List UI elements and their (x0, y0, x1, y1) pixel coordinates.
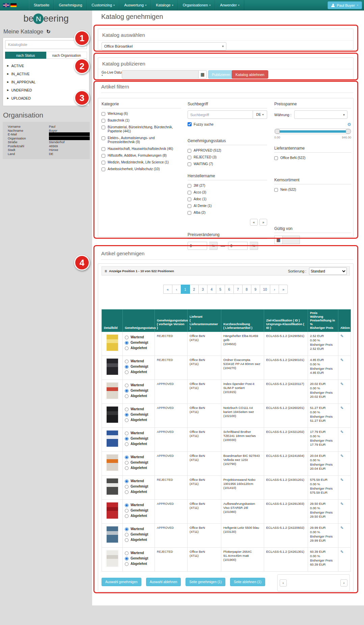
status-radio-option[interactable]: Wartend (125, 479, 152, 483)
product-image[interactable] (106, 550, 119, 567)
status-radio-option[interactable]: Genehmigt (125, 413, 152, 417)
pager-prev-button[interactable]: « (250, 219, 258, 226)
product-image[interactable] (106, 430, 119, 447)
page-button[interactable]: 1 (181, 285, 190, 294)
status-radio-option[interactable]: Wartend (125, 551, 152, 555)
filter-checkbox[interactable]: Elektro-, Automatisierungs- und Prozessl… (102, 135, 181, 146)
sort-select[interactable]: Standard (309, 267, 347, 275)
status-radio-option[interactable]: Abgelehnt (125, 514, 152, 518)
edit-icon[interactable]: ✎ (340, 382, 343, 386)
page-button[interactable]: 10 (260, 285, 271, 294)
catalog-tab[interactable]: nach Organisation (46, 52, 87, 59)
filter-checkbox[interactable]: Adoc (1) (188, 196, 267, 203)
status-radio-option[interactable]: Abgelehnt (125, 538, 152, 542)
reject-catalog-button[interactable]: Katalog ablehnen (232, 70, 268, 79)
product-image[interactable] (106, 382, 119, 399)
edit-icon[interactable]: ✎ (340, 430, 343, 434)
golive-date-input[interactable] (122, 70, 199, 79)
filter-checkbox[interactable]: Office BeN (522) (274, 155, 351, 161)
status-radio-option[interactable]: Abgelehnt (125, 466, 152, 470)
filter-checkbox[interactable]: Medizin, Medizintechnik, Life Science (1… (102, 159, 181, 166)
gear-icon[interactable]: ⚙ (347, 122, 351, 127)
status-radio-option[interactable]: Genehmigt (125, 532, 152, 537)
currency-select[interactable] (294, 110, 347, 119)
refresh-icon[interactable]: ↻ (46, 29, 51, 35)
price-change-to-input[interactable] (228, 242, 248, 250)
status-radio-option[interactable]: Wartend (125, 527, 152, 531)
catalog-select[interactable]: Office Büroartikel (102, 42, 226, 50)
page-button[interactable]: » (279, 285, 288, 294)
pager-next-button[interactable]: » (259, 219, 267, 226)
status-radio-option[interactable]: Genehmigt (125, 389, 152, 393)
page-button[interactable]: 2 (190, 285, 199, 294)
filter-checkbox[interactable]: Büromaterial, Büroeinrichtung, Bürotechn… (102, 124, 181, 135)
status-radio-option[interactable]: Wartend (125, 503, 152, 507)
approve-action-button[interactable]: Seite ablehnen (1) (230, 578, 265, 586)
filter-checkbox[interactable]: Arbeitssicherheit, Unfallschutz (10) (102, 166, 181, 173)
product-image[interactable] (106, 502, 119, 519)
edit-icon[interactable]: ✎ (340, 550, 343, 554)
filter-checkbox[interactable]: Al Dente (1) (188, 203, 267, 209)
product-image[interactable] (106, 454, 119, 471)
status-radio-option[interactable]: Genehmigt (125, 485, 152, 489)
page-button[interactable]: 7 (233, 285, 243, 294)
status-radio-option[interactable]: Wartend (125, 407, 152, 411)
filter-checkbox[interactable]: Hauswirtschaft, Hauswirtschaftstechnik (… (102, 146, 181, 152)
status-radio-option[interactable]: Abgelehnt (125, 442, 152, 446)
edit-icon[interactable]: ✎ (340, 478, 343, 482)
edit-icon[interactable]: ✎ (340, 334, 343, 338)
status-radio-option[interactable]: Genehmigt (125, 461, 152, 465)
status-radio-option[interactable]: Abgelehnt (125, 370, 152, 374)
status-radio-option[interactable]: Abgelehnt (125, 562, 152, 566)
slider-handle-max[interactable] (346, 129, 351, 134)
price-range-slider[interactable] (274, 129, 351, 134)
german-flag-icon[interactable] (10, 3, 17, 7)
edit-icon[interactable]: ✎ (340, 502, 343, 506)
approve-action-button[interactable]: Auswahl genehmigen (102, 578, 141, 586)
menu-item[interactable]: Genehmigung (54, 0, 87, 10)
status-radio-option[interactable]: Genehmigt (125, 365, 152, 369)
sidebar-status-item[interactable]: ▶ UNDEFINED (6, 86, 86, 94)
filter-checkbox[interactable]: Bautechnik (1) (102, 117, 181, 124)
menu-item[interactable]: Organisationen ▾ (178, 0, 216, 10)
calendar-button[interactable]: ▦ (274, 236, 283, 244)
slider-handle-min[interactable] (275, 129, 280, 134)
status-radio-option[interactable]: Genehmigt (125, 437, 152, 441)
page-button[interactable]: 8 (242, 285, 251, 294)
filter-checkbox[interactable]: APPROVED (512) (188, 147, 267, 154)
calendar-button[interactable]: ▦ (198, 70, 207, 79)
product-image[interactable] (106, 406, 119, 423)
edit-icon[interactable]: ✎ (340, 406, 343, 410)
edit-icon[interactable]: ✎ (340, 358, 343, 362)
percent-button[interactable]: % (250, 242, 258, 250)
menu-item[interactable]: Anwender ▾ (215, 0, 244, 10)
language-select-button[interactable]: DE ▾ (253, 110, 267, 119)
filter-checkbox[interactable]: Hilfsstoffe, Additive, Formulierungen (8… (102, 152, 181, 159)
percent-button[interactable]: % (209, 242, 218, 250)
status-radio-option[interactable]: Wartend (125, 455, 152, 459)
product-image[interactable] (106, 478, 119, 495)
price-change-from-input[interactable] (188, 242, 207, 250)
filter-checkbox[interactable]: Werkzeug (6) (102, 110, 181, 117)
menu-item[interactable]: Auswertung ▾ (119, 0, 151, 10)
page-button[interactable]: ‹ (172, 285, 181, 294)
product-image[interactable] (106, 526, 119, 543)
page-button[interactable]: 5 (216, 285, 225, 294)
status-radio-option[interactable]: Genehmigt (125, 341, 152, 345)
status-radio-option[interactable]: Genehmigt (125, 509, 152, 513)
sidebar-status-item[interactable]: ▶ IN_APPROVAL (6, 78, 86, 86)
edit-icon[interactable]: ✎ (340, 454, 343, 458)
filter-checkbox[interactable]: WAITING (7) (188, 161, 267, 167)
search-input[interactable] (188, 110, 253, 119)
filter-checkbox[interactable]: 3M (27) (188, 182, 267, 189)
filter-checkbox[interactable]: REJECTED (3) (188, 154, 267, 161)
status-radio-option[interactable]: Wartend (125, 383, 152, 387)
status-radio-option[interactable]: Genehmigt (125, 556, 152, 561)
product-image[interactable] (106, 358, 119, 375)
menu-item[interactable]: Kataloge ▾ (151, 0, 178, 10)
status-radio-option[interactable]: Abgelehnt (125, 394, 152, 398)
page-button[interactable]: 9 (251, 285, 260, 294)
catalog-tab[interactable]: nach Status (5, 52, 46, 59)
status-radio-option[interactable]: Wartend (125, 359, 152, 363)
page-button[interactable]: 3 (198, 285, 207, 294)
